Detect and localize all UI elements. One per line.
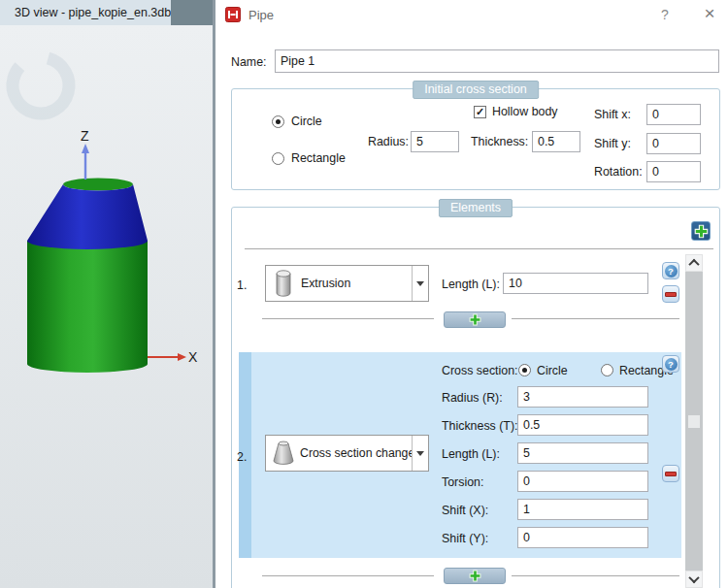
minus-icon [665, 472, 677, 476]
circle-radio-label: Circle [291, 114, 322, 129]
shift-y-input[interactable] [646, 133, 701, 154]
pipe-dialog-icon [225, 7, 241, 22]
element-2-circle-label: Circle [537, 363, 568, 378]
plus-icon [694, 224, 709, 239]
element-2-type-value: Cross section change [300, 446, 412, 460]
element-2-thickness-label: Thickness (T): [442, 418, 517, 434]
3d-model-canvas: Z X [0, 25, 213, 588]
view-tab-bar: 3D view - pipe_kopie_en.3db [0, 0, 213, 25]
insert-element-button[interactable] [444, 311, 506, 328]
dialog-close-button[interactable]: × [699, 3, 720, 24]
shift-y-label: Shift y: [594, 136, 631, 151]
element-2-radius-input[interactable] [517, 386, 648, 408]
element-2-length-label: Length (L): [442, 446, 500, 462]
thickness-input[interactable] [532, 131, 580, 152]
z-axis-label: Z [81, 128, 89, 144]
chevron-down-icon [416, 281, 424, 286]
element-2-length-input[interactable] [517, 442, 648, 464]
element-2-shift-x-label: Shift (X): [442, 503, 488, 518]
element-1-type-value: Extrusion [301, 277, 412, 290]
plus-icon [469, 313, 481, 326]
pipe-dialog: Pipe ? × Name: Initial cross section Cir… [215, 0, 728, 588]
element-2-index: 2. [237, 449, 247, 465]
chevron-down-icon [416, 451, 424, 456]
shift-x-input[interactable] [646, 104, 701, 125]
3d-viewport[interactable]: Z X [0, 25, 213, 588]
element-2-shift-y-label: Shift (Y): [442, 531, 488, 546]
chevron-up-icon [688, 259, 699, 270]
model-cylinder [27, 241, 148, 373]
add-element-button[interactable] [691, 221, 711, 241]
scroll-up-button[interactable] [685, 254, 703, 272]
combo-arrow [412, 266, 428, 301]
thickness-label: Thickness: [471, 134, 528, 149]
hollow-body-checkbox[interactable]: ✓ [474, 106, 486, 118]
element-2-shift-y-input[interactable] [517, 527, 648, 548]
model-cone [27, 184, 148, 249]
x-axis-arrowhead [178, 353, 186, 361]
element-1-length-input[interactable] [503, 273, 648, 294]
separator [262, 575, 434, 576]
element-2-torsion-input[interactable] [517, 471, 648, 492]
scrollbar-thumb[interactable] [685, 272, 703, 571]
dialog-title: Pipe [248, 8, 274, 23]
element-2-type-combobox[interactable]: Cross section change [265, 435, 429, 472]
rectangle-radio-label: Rectangle [291, 150, 346, 166]
minus-icon [665, 292, 677, 297]
element-2-cross-section-label: Cross section: [442, 363, 518, 378]
elements-scrollbar[interactable] [685, 254, 703, 588]
circle-radio[interactable] [272, 115, 284, 128]
combo-arrow [412, 436, 428, 471]
elements-badge: Elements [439, 199, 513, 217]
separator [262, 318, 434, 319]
scrollbar-grip [688, 415, 700, 428]
scroll-down-button[interactable] [685, 571, 703, 588]
element-2-torsion-label: Torsion: [442, 474, 483, 490]
element-1-remove-button[interactable] [662, 285, 679, 303]
rectangle-radio[interactable] [272, 152, 284, 165]
view-tab-title: 3D view - pipe_kopie_en.3db [15, 6, 171, 19]
name-label: Name: [231, 54, 267, 70]
shift-x-label: Shift x: [594, 107, 631, 122]
help-icon: ? [665, 358, 678, 371]
hollow-body-label: Hollow body [492, 104, 558, 119]
dialog-help-button[interactable]: ? [656, 6, 674, 23]
help-icon: ? [665, 265, 678, 278]
view-tab[interactable]: 3D view - pipe_kopie_en.3db [0, 0, 171, 25]
model-top-cap [63, 179, 133, 191]
separator [245, 248, 713, 249]
element-2-thickness-input[interactable] [517, 414, 648, 436]
separator [512, 575, 679, 576]
element-1-help-button[interactable]: ? [662, 262, 679, 279]
x-axis-label: X [188, 349, 198, 365]
radius-label: Radius: [368, 134, 409, 149]
element-2-help-button[interactable]: ? [662, 355, 679, 373]
element-2-shift-x-input[interactable] [517, 499, 648, 520]
rotation-input[interactable] [646, 161, 701, 182]
3d-view-panel: 3D view - pipe_kopie_en.3db [0, 0, 213, 588]
name-input[interactable] [275, 49, 719, 73]
element-1-length-label: Length (L): [442, 277, 500, 292]
element-2-radius-label: Radius (R): [442, 390, 503, 406]
element-2-remove-button[interactable] [662, 465, 679, 482]
append-element-button[interactable] [444, 568, 506, 584]
z-axis-arrowhead [82, 144, 89, 153]
cone-icon [272, 440, 295, 467]
initial-cross-section-badge: Initial cross section [413, 81, 539, 99]
plus-icon [469, 570, 481, 582]
element-2-circle-radio[interactable] [518, 364, 531, 376]
element-1-index: 1. [237, 278, 247, 293]
rotate-watermark-icon [6, 50, 75, 119]
radius-input[interactable] [411, 131, 459, 152]
rotation-label: Rotation: [594, 164, 643, 180]
element-2-rectangle-radio[interactable] [601, 364, 613, 376]
element-1-type-combobox[interactable]: Extrusion [265, 265, 429, 302]
chevron-down-icon [688, 572, 699, 583]
cylinder-icon [274, 269, 293, 298]
dialog-titlebar: Pipe ? × [215, 0, 728, 29]
separator [512, 318, 679, 319]
check-icon: ✓ [476, 106, 484, 117]
